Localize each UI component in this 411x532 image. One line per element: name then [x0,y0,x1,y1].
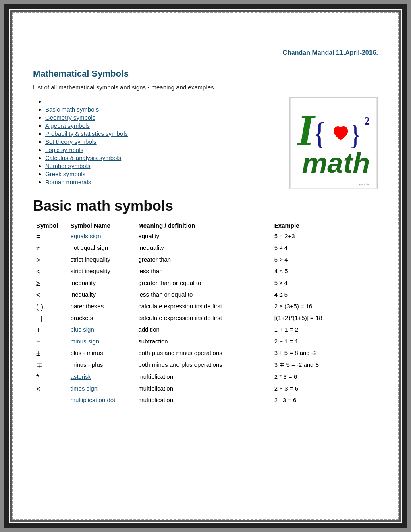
meaning-cell: less than [135,266,271,278]
symbol-cell: = [33,231,67,243]
header-section: Chandan Mandal 11.April-2016. [33,49,378,56]
toc-link-logic[interactable]: Logic symbols [45,146,83,153]
symbol-name-link[interactable]: plus sign [71,326,94,333]
example-cell: 5 ≥ 4 [271,278,378,289]
example-cell: 4 < 5 [271,266,378,278]
example-cell: 5 ≠ 4 [271,243,378,254]
symbol-cell: < [33,266,67,278]
toc-item-number: Number symbols [45,162,281,169]
example-cell: 3 ± 5 = 8 and -2 [271,348,378,360]
symbol-name-cell: strict inequality [67,266,135,278]
symbol-cell: > [33,254,67,266]
meaning-cell: equality [135,231,271,243]
toc-item-greek: Greek symbols [45,170,281,177]
symbol-name-cell: minus sign [67,336,135,348]
symbol-name-link[interactable]: times sign [71,385,98,392]
meaning-cell: inequality [135,243,271,254]
example-cell: 3 ∓ 5 = -2 and 8 [271,360,378,372]
toc-link-basic[interactable]: Basic math symbols [45,106,99,113]
toc-item-probability: Probability & statistics symbols [45,130,281,137]
intro-text: List of all mathematical symbols and sig… [33,84,378,91]
toc-item-geometry: Geometry symbols [45,114,281,121]
meaning-cell: greater than or equal to [135,278,271,289]
table-row: ≥inequalitygreater than or equal to5 ≥ 4 [33,278,378,289]
col-header-meaning: Meaning / definition [135,220,271,231]
symbol-name-cell: plus - minus [67,348,135,360]
toc-link-set-theory[interactable]: Set theory symbols [45,138,97,145]
example-cell: 2 · 3 = 6 [271,395,378,407]
example-cell: 2 × 3 = 6 [271,383,378,395]
symbol-name-cell: strict inequality [67,254,135,266]
symbol-cell: − [33,336,67,348]
symbol-name-link[interactable]: multiplication dot [71,397,116,403]
meaning-cell: multiplication [135,395,271,407]
table-of-contents: Basic math symbols Geometry symbols Alge… [33,97,281,187]
example-cell: 2 − 1 = 1 [271,336,378,348]
table-header-row: Symbol Symbol Name Meaning / definition … [33,220,378,231]
symbol-name-cell: equals sign [67,231,135,243]
example-cell: 2 × (3+5) = 16 [271,301,378,313]
toc-item-basic: Basic math symbols [45,106,281,113]
table-row: ±plus - minusboth plus and minus operati… [33,348,378,360]
toc-link-calculus[interactable]: Calculus & analysis symbols [45,154,121,161]
svg-text:}: } [349,120,362,150]
symbol-cell: ≤ [33,289,67,301]
table-row: −minus signsubtraction2 − 1 = 1 [33,336,378,348]
table-row: <strict inequalityless than4 < 5 [33,266,378,278]
symbol-cell: + [33,324,67,336]
meaning-cell: addition [135,324,271,336]
symbol-name-cell: asterisk [67,372,135,383]
basic-math-section-title: Basic math symbols [33,197,378,214]
symbol-name-link[interactable]: equals sign [71,233,101,239]
symbol-name-link[interactable]: minus sign [71,338,100,345]
toc-link-roman[interactable]: Roman numerals [45,179,91,185]
table-row: =equals signequality5 = 2+3 [33,231,378,243]
math-image: I { } 2 math google [289,97,378,189]
toc-link-algebra[interactable]: Algebra symbols [45,122,90,129]
symbol-cell: ( ) [33,301,67,313]
col-header-example: Example [271,220,378,231]
meaning-cell: calculate expression inside first [135,301,271,313]
example-cell: 4 ≤ 5 [271,289,378,301]
svg-text:google: google [359,183,369,186]
symbol-name-cell: brackets [67,313,135,324]
meaning-cell: multiplication [135,372,271,383]
svg-text:math: math [302,147,370,179]
table-row: [ ]bracketscalculate expression inside f… [33,313,378,324]
toc-link-greek[interactable]: Greek symbols [45,170,85,177]
toc-item-calculus: Calculus & analysis symbols [45,154,281,161]
col-header-symbol: Symbol [33,220,67,231]
table-row: >strict inequalitygreater than5 > 4 [33,254,378,266]
svg-text:{: { [312,116,327,151]
example-cell: 5 > 4 [271,254,378,266]
meaning-cell: both minus and plus operations [135,360,271,372]
table-row: ·multiplication dotmultiplication2 · 3 =… [33,395,378,407]
table-row: +plus signaddition1 + 1 = 2 [33,324,378,336]
example-cell: 5 = 2+3 [271,231,378,243]
symbol-name-cell: inequality [67,278,135,289]
table-row: ≠not equal signinequality5 ≠ 4 [33,243,378,254]
toc-item-empty [45,98,281,105]
symbol-cell: * [33,372,67,383]
table-row: ( )parenthesescalculate expression insid… [33,301,378,313]
symbol-name-cell: multiplication dot [67,395,135,407]
symbol-cell: ± [33,348,67,360]
symbol-name-link[interactable]: asterisk [71,373,91,380]
example-cell: 1 + 1 = 2 [271,324,378,336]
math-svg: I { } 2 math google [290,98,377,189]
meaning-cell: multiplication [135,383,271,395]
toc-link-probability[interactable]: Probability & statistics symbols [45,130,128,137]
symbol-name-cell: minus - plus [67,360,135,372]
symbol-name-cell: plus sign [67,324,135,336]
meaning-cell: subtraction [135,336,271,348]
svg-text:2: 2 [365,115,370,127]
symbol-name-cell: not equal sign [67,243,135,254]
toc-link-geometry[interactable]: Geometry symbols [45,114,95,121]
toc-item-algebra: Algebra symbols [45,122,281,129]
symbol-cell: ≠ [33,243,67,254]
toc-link-number[interactable]: Number symbols [45,162,91,169]
page-container: Chandan Mandal 11.April-2016. Mathematic… [4,4,407,528]
meaning-cell: less than or equal to [135,289,271,301]
symbol-cell: ∓ [33,360,67,372]
author-text: Chandan Mandal 11.April-2016. [282,49,378,56]
